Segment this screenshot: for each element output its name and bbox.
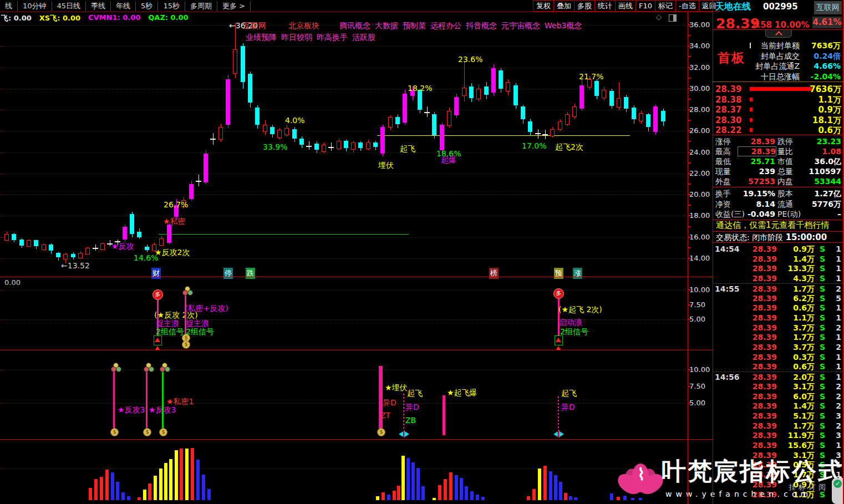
tick-side: S xyxy=(818,254,827,263)
volume-bar xyxy=(460,478,463,500)
volume-bar xyxy=(449,472,452,500)
stat-value: 1.27亿 xyxy=(793,189,841,199)
tick-volume: 5.1万 xyxy=(778,411,815,421)
axis-label: 10.00 xyxy=(689,286,710,294)
volume-bar xyxy=(382,492,385,500)
order-amount: 7636万 xyxy=(799,84,841,95)
candle xyxy=(27,240,31,247)
stat-label: 量比 xyxy=(777,147,793,157)
tick-volume: 1.4万 xyxy=(778,254,815,264)
grid-line xyxy=(0,258,688,259)
volume-bar xyxy=(481,497,485,500)
period-item[interactable]: 季线 xyxy=(86,1,111,11)
candle xyxy=(314,144,319,150)
tick-volume: 0.6万 xyxy=(778,303,815,313)
period-item[interactable]: 多周期 xyxy=(185,1,217,11)
signal-label: 异D xyxy=(561,403,575,413)
toolbar-button[interactable]: 标记 xyxy=(655,0,676,12)
tick-count: 1 xyxy=(828,245,841,253)
signal-line xyxy=(379,366,383,434)
candle xyxy=(123,227,127,240)
period-item[interactable]: 15秒 xyxy=(158,1,185,11)
chart-badge: 榜 xyxy=(489,268,499,279)
tick-price: 28.39 xyxy=(746,411,777,420)
candle xyxy=(380,127,385,154)
signal-label: 异D xyxy=(383,398,396,408)
tick-row: 28.396.0万S2 xyxy=(714,391,843,401)
candle xyxy=(535,133,541,134)
grid-line xyxy=(0,174,688,174)
volume-bar xyxy=(111,472,114,500)
signal-label: 2组信号 xyxy=(560,327,588,337)
floating-widget[interactable]: ✓ xyxy=(832,478,844,504)
signal-label: 2组信号 xyxy=(156,327,184,337)
toolbar-button[interactable]: 多股 xyxy=(574,0,595,12)
period-item[interactable]: 45日线 xyxy=(52,1,87,11)
tick-row: 28.390.6万S1 xyxy=(714,303,843,313)
stat-value: 5776万 xyxy=(793,200,841,210)
candle xyxy=(299,139,304,145)
volume-bar xyxy=(207,489,211,500)
tick-row: 28.391.1万S1 xyxy=(714,313,843,323)
signal-line xyxy=(403,394,404,430)
volume-bar xyxy=(527,496,530,500)
concept-tag: 抖音概念 xyxy=(466,21,497,31)
stat-value: 19.15% xyxy=(738,189,775,198)
toolbar-button[interactable]: 画线 xyxy=(615,0,636,12)
toolbar-button[interactable]: 复权 xyxy=(533,0,554,12)
concept-tag: 远程办公 xyxy=(430,21,461,31)
tick-price: 28.39 xyxy=(746,421,777,430)
tick-count: 1 xyxy=(828,362,841,371)
volume-bar xyxy=(127,496,130,500)
stat-value: 110597 xyxy=(793,167,841,176)
period-item[interactable]: 10分钟 xyxy=(18,1,52,11)
candle xyxy=(550,129,555,136)
tick-price: 28.39 xyxy=(746,245,777,253)
diamond-icon[interactable]: ◇ xyxy=(656,13,662,21)
toolbar-button[interactable]: 统计 xyxy=(594,0,616,12)
tick-count: 2 xyxy=(828,382,841,391)
order-amount: 18.1万 xyxy=(799,115,841,126)
moneybag-icon: $ xyxy=(110,428,119,436)
candle xyxy=(440,125,444,150)
volume-bar xyxy=(411,462,415,500)
candle xyxy=(542,134,548,135)
watermark-title: 叶梵宸指标公式网 xyxy=(662,458,844,485)
volume-bar xyxy=(154,476,157,500)
signal-line xyxy=(558,296,560,335)
concept-tag: 昨日较弱 xyxy=(281,33,312,43)
period-item[interactable]: 5秒 xyxy=(136,1,158,11)
panel1-value-label: 0.00 xyxy=(4,279,21,287)
axis-label: 5.00 xyxy=(689,399,710,407)
tick-price: 28.39 xyxy=(746,373,777,381)
period-item[interactable]: 年线 xyxy=(111,1,136,11)
axis-label: 34.00 xyxy=(689,42,710,50)
signal-label: 异D xyxy=(405,403,419,413)
sector-badge[interactable]: 互联网 xyxy=(814,1,842,14)
candle xyxy=(506,82,510,91)
period-item[interactable]: 线 xyxy=(0,1,18,11)
toolbar-button[interactable]: 叠加 xyxy=(553,0,574,12)
reference-line xyxy=(377,135,630,136)
tick-volume: 1.1万 xyxy=(778,313,815,323)
layout-split-icon[interactable] xyxy=(669,14,677,22)
period-item[interactable]: 更多 > xyxy=(217,1,251,11)
action-toolbar: 复权叠加多股统计画线F10标记-自选返回 xyxy=(533,0,720,12)
chart-annotation: ←13.52 xyxy=(61,261,90,270)
toolbar-button[interactable]: -自选 xyxy=(675,0,699,12)
stat-value: 53344 xyxy=(793,177,841,186)
tick-side: S xyxy=(818,401,827,410)
candle xyxy=(210,139,216,140)
axis-label: 7.50 xyxy=(689,301,710,309)
candle xyxy=(491,68,496,93)
collapse-tab[interactable] xyxy=(765,30,792,38)
promo-banner[interactable]: 通达信，仅需1元查看千档行情 xyxy=(716,221,830,230)
tick-side: S xyxy=(818,441,827,450)
candle xyxy=(447,111,451,126)
toolbar-button[interactable]: F10 xyxy=(635,0,655,12)
tick-volume: 13.3万 xyxy=(778,264,815,274)
tick-count: 3 xyxy=(828,431,841,440)
tick-side: S xyxy=(818,284,827,293)
chart-annotation: 17.0% xyxy=(522,141,546,150)
stat-value: 28.39 xyxy=(738,146,776,156)
